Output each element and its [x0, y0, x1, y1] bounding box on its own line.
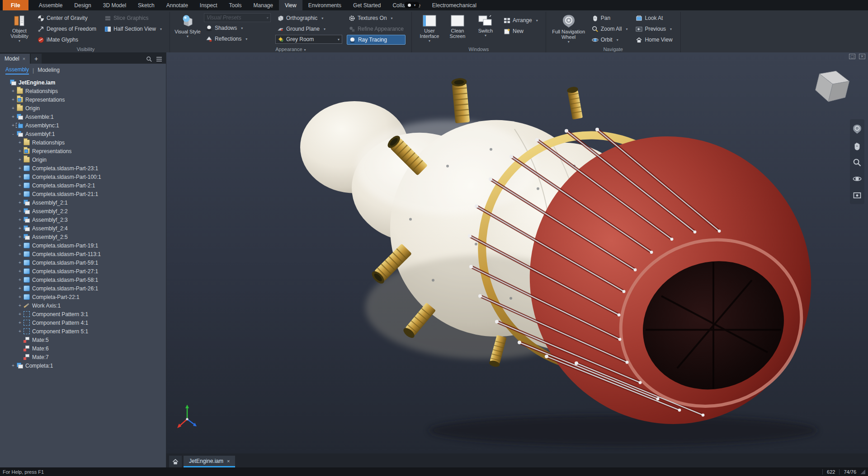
tree-item[interactable]: + Origin — [10, 104, 166, 112]
tree-expander[interactable]: + — [17, 252, 23, 257]
tree-expander[interactable]: + — [10, 89, 16, 93]
orbit-button[interactable]: Orbit — [590, 35, 630, 45]
tree-item[interactable]: + Work Axis:1 — [17, 301, 166, 310]
home-view-button[interactable]: Home View — [634, 35, 674, 45]
tree-expander[interactable]: + — [17, 149, 23, 154]
ribbon-tab[interactable]: View — [279, 0, 302, 10]
ribbon-tab[interactable]: Design — [68, 0, 97, 10]
close-view-icon[interactable]: ✕ — [859, 54, 865, 59]
center-of-gravity-button[interactable]: Center of Gravity — [36, 13, 98, 23]
tree-item[interactable]: + Completa:1 — [10, 361, 166, 370]
navbar-look-at-icon[interactable] — [853, 191, 862, 200]
tree-expander[interactable]: + — [17, 277, 23, 282]
tree-expander[interactable]: + — [10, 123, 16, 128]
tree-item[interactable]: + Completa.sldasm-Part-2:1 — [17, 181, 166, 190]
tree-item[interactable]: + Completa.sldasm-Part-113:1 — [17, 250, 166, 258]
tree-item[interactable]: + Component Pattern 5:1 — [17, 327, 166, 336]
browser-menu-icon[interactable] — [156, 56, 162, 62]
clean-screen-button[interactable]: Clean Screen — [443, 13, 472, 40]
pan-button[interactable]: Pan — [590, 13, 630, 23]
navbar-wheel-icon[interactable] — [852, 124, 863, 135]
tree-item[interactable]: + Component Pattern 4:1 — [17, 318, 166, 327]
tab-modeling[interactable]: Modeling — [38, 67, 60, 74]
previous-view-button[interactable]: Previous — [634, 24, 674, 34]
tab-assembly[interactable]: Assembly — [5, 66, 29, 75]
tree-item[interactable]: + Assemblyf_2:1 — [17, 198, 166, 207]
tree-item[interactable]: + Component Pattern 3:1 — [17, 310, 166, 318]
tree-item[interactable]: + Completa.sldasm-Part-21:1 — [17, 190, 166, 198]
ribbon-tab[interactable]: Inspect — [194, 0, 223, 10]
tree-expander[interactable]: + — [17, 174, 23, 179]
tree-expander[interactable]: + — [17, 312, 23, 317]
tree-expander[interactable]: + — [17, 166, 23, 171]
tree-item[interactable]: + Assemblyf_2:2 — [17, 207, 166, 215]
arrange-button[interactable]: Arrange — [502, 15, 540, 25]
tree-item[interactable]: + Relationships — [17, 138, 166, 147]
home-tab-button[interactable] — [169, 456, 182, 467]
imate-glyphs-button[interactable]: iMate Glyphs — [36, 35, 98, 45]
visual-style-button[interactable]: Visual Style — [174, 13, 202, 40]
tree-item[interactable]: + Relationships — [10, 87, 166, 95]
navbar-zoom-icon[interactable] — [853, 158, 862, 167]
add-browser-tab-button[interactable]: + — [31, 54, 42, 64]
ribbon-tab[interactable]: Electromechanical — [426, 0, 482, 10]
tree-expander[interactable]: + — [17, 191, 23, 196]
group-label-appearance[interactable]: Appearance — [170, 47, 411, 52]
ray-tracing-button[interactable]: Ray Tracing — [347, 35, 406, 45]
view-cube[interactable] — [810, 66, 854, 109]
degrees-of-freedom-button[interactable]: Degrees of Freedom — [36, 24, 98, 34]
room-combobox[interactable]: Grey Room — [275, 35, 342, 44]
tree-item[interactable]: + Completa.sldasm-Part-59:1 — [17, 258, 166, 267]
tree-item[interactable]: + Completa.sldasm-Part-23:1 — [17, 164, 166, 173]
ribbon-tab[interactable]: 3D Model — [97, 0, 132, 10]
reflections-button[interactable]: Reflections — [204, 34, 271, 44]
tree-expander[interactable]: + — [17, 226, 23, 231]
quick-access-toggle[interactable]: ▾ — [404, 2, 420, 8]
full-navigation-wheel-button[interactable]: Full Navigation Wheel — [550, 13, 588, 45]
tree-item[interactable]: + Assemblyf_2:5 — [17, 233, 166, 241]
user-interface-button[interactable]: User Interface — [415, 13, 443, 44]
ribbon-tab[interactable]: Assemble — [33, 0, 69, 10]
tree-expander[interactable]: + — [17, 320, 23, 325]
new-window-button[interactable]: New — [502, 26, 540, 36]
tree-expander[interactable]: + — [17, 209, 23, 214]
tree-item[interactable]: + Representations — [17, 147, 166, 155]
tree-expander[interactable]: + — [17, 157, 23, 162]
tree-expander[interactable]: + — [17, 294, 23, 299]
tree-item[interactable]: + Assemblyf_2:4 — [17, 224, 166, 233]
tree-item[interactable]: JetEngine.iam — [4, 78, 166, 87]
tree-expander[interactable]: + — [10, 363, 16, 368]
ribbon-tab[interactable]: Tools — [223, 0, 248, 10]
switch-button[interactable]: Switch — [472, 13, 500, 39]
tree-expander[interactable]: + — [17, 234, 23, 239]
tree-item[interactable]: + Completa-Part-22:1 — [17, 293, 166, 301]
tree-item[interactable]: + Completa.sldasm-Part-26:1 — [17, 284, 166, 293]
resize-grip[interactable] — [861, 470, 865, 474]
tree-item[interactable]: Mate:5 — [17, 336, 166, 344]
tree-expander[interactable]: + — [17, 269, 23, 274]
ribbon-tab[interactable]: Annotate — [160, 0, 194, 10]
tree-item[interactable]: + Assemblync:1 — [10, 121, 166, 130]
ribbon-tab[interactable]: Sketch — [132, 0, 160, 10]
close-icon[interactable]: × — [227, 458, 230, 464]
tree-expander[interactable]: + — [10, 114, 16, 119]
ground-plane-button[interactable]: Ground Plane — [275, 24, 342, 34]
tree-item[interactable]: - Assemblyf:1 — [10, 130, 166, 138]
tree-expander[interactable]: + — [10, 97, 16, 102]
navbar-pan-icon[interactable] — [853, 142, 862, 151]
tree-expander[interactable]: + — [17, 286, 23, 291]
ribbon-tab[interactable]: Manage — [248, 0, 279, 10]
tree-expander[interactable]: + — [17, 200, 23, 205]
tree-expander[interactable]: + — [17, 140, 23, 145]
tree-expander[interactable]: + — [10, 106, 16, 111]
search-icon[interactable] — [146, 56, 152, 62]
tree-item[interactable]: + Completa.sldasm-Part-27:1 — [17, 267, 166, 275]
tree-item[interactable]: + Completa.sldasm-Part-100:1 — [17, 173, 166, 181]
shadows-button[interactable]: Shadows — [204, 23, 271, 33]
look-at-button[interactable]: Look At — [634, 13, 674, 23]
tree-item[interactable]: Mate:6 — [17, 344, 166, 353]
3d-model-jet-engine[interactable] — [166, 52, 868, 453]
tree-item[interactable]: + Origin — [17, 155, 166, 164]
tree-expander[interactable]: + — [17, 183, 23, 188]
tree-expander[interactable]: + — [17, 243, 23, 248]
